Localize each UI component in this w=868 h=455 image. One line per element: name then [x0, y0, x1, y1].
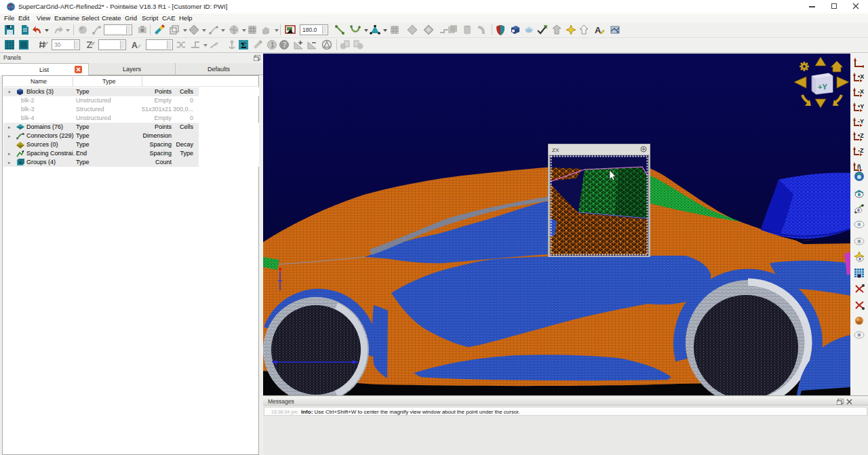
svg-text:7: 7 [283, 41, 287, 49]
svg-text:A: A [595, 25, 601, 35]
svg-text:•Z: •Z [858, 132, 864, 139]
svg-text:-Z: -Z [858, 147, 864, 154]
svg-text:•Y: •Y [858, 103, 864, 110]
svg-text:-X: -X [858, 88, 864, 95]
svg-text:1: 1 [271, 41, 275, 49]
svg-text:+Y: +Y [818, 83, 827, 91]
svg-text:-Y: -Y [858, 118, 864, 125]
svg-text:ñ: ñ [857, 163, 861, 170]
svg-text:Σ: Σ [241, 40, 247, 50]
svg-text:ZX: ZX [552, 147, 559, 153]
svg-text:A: A [132, 41, 138, 50]
svg-text:•X: •X [858, 73, 864, 80]
